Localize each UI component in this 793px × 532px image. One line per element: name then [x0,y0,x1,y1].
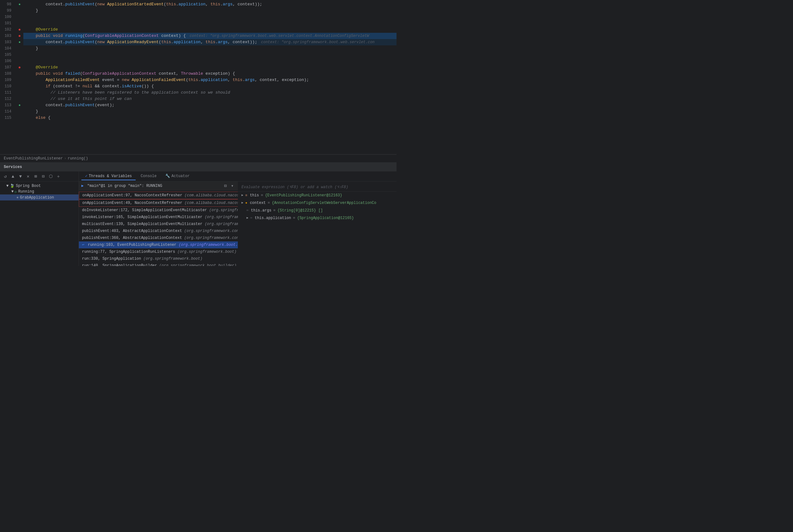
down-icon[interactable]: ▼ [18,174,23,179]
more-icon[interactable]: ▾ [229,183,235,189]
stack-frame-active[interactable]: ↩ running:103, EventPublishingRunListene… [79,242,238,248]
code-line-99: } [23,7,396,14]
stack-frame-2[interactable]: doInvokeListener:172, SimpleApplicationE… [79,207,238,214]
gutter-icons: ● ● ● ● ● ● [16,0,23,154]
thread-icon: ✳ [16,195,19,200]
tree-label-running: Running [18,189,34,194]
services-panel: Services ↺ ▲ ▼ ✕ ⊞ ⊟ ⬡ ＋ ▼ 🍃 Spring Boot [0,163,396,266]
expand-arrow-run: ▼ [11,189,14,194]
stack-frame-4[interactable]: multicastEvent:139, SimpleApplicationEve… [79,221,238,228]
code-line-104: } [23,45,396,52]
breadcrumb-class[interactable]: EventPublishingRunListener [4,156,63,161]
services-title: Services [4,165,22,169]
tree-running[interactable]: ▼ ▷ Running [0,189,78,194]
eval-hint: Evaluate expression (⌥F8) or add a watch… [238,183,397,192]
tree-grabapplication[interactable]: ✳ GrabApplication [0,194,78,201]
threads-variables-panel: ▶ "main"@1 in group "main": RUNNING ⊟ ▾ … [79,182,396,266]
stack-frame-8[interactable]: run:330, SpringApplication (org.springfr… [79,255,238,262]
ref-args-icon: ∞ [247,207,248,214]
actuator-icon: 🔧 [165,174,170,178]
thread-header: ▶ "main"@1 in group "main": RUNNING ⊟ ▾ [79,182,238,190]
up-icon[interactable]: ▲ [10,174,16,179]
stack-frame-1[interactable]: onApplicationEvent:49, NacosContextRefre… [79,199,238,207]
code-line-101 [23,20,396,26]
code-line-110: if (context != null && context.isActive(… [23,83,396,90]
code-line-103a: public void running(ConfigurableApplicat… [23,33,396,39]
context-icon: ● [245,200,247,206]
stack-frame-list[interactable]: onApplicationEvent:97, NacosContextRefre… [79,190,238,266]
var-this[interactable]: ▶ ≡ this = {EventPublishingRunListener@1… [238,192,397,199]
add-icon[interactable]: ＋ [56,174,61,179]
tree-label-springboot: Spring Boot [16,184,41,188]
ref-app-icon: ∞ [251,215,252,221]
breadcrumb-method[interactable]: running() [68,156,88,161]
services-header: Services [0,163,396,171]
services-tree: ▼ 🍃 Spring Boot ▼ ▷ Running ✳ GrabApplic… [0,182,78,266]
filter-thread-icon[interactable]: ⊟ [223,183,228,189]
code-line-112: // use it at this point if we can [23,96,396,102]
run-icon: ▷ [15,190,17,194]
code-line-114: } [23,109,396,115]
thread-status: ▶ "main"@1 in group "main": RUNNING [81,184,220,188]
filter-icon[interactable]: ⊟ [40,174,46,179]
close-icon[interactable]: ✕ [25,174,31,179]
debug-icon-98: ● [16,1,23,7]
breadcrumb: EventPublishingRunListener › running() [0,154,396,163]
expand-context[interactable]: ▶ [242,200,243,206]
breakpoint-102: ● [16,26,23,33]
stack-frame-3[interactable]: invokeListener:165, SimpleApplicationEve… [79,214,238,221]
breakpoint-107: ● [16,64,23,71]
expand-this[interactable]: ▶ [242,192,243,198]
var-this-args[interactable]: ∞ this.args = {String[0]@12215} [] [238,207,397,214]
var-context[interactable]: ▶ ● context = {AnnotationConfigServletWe… [238,199,397,207]
code-line-107: @Override [23,64,396,71]
code-line-115: else { [23,115,396,121]
expand-application[interactable]: ▶ [247,215,248,221]
external-icon[interactable]: ⬡ [48,174,54,179]
active-frame-icon: ↩ [82,243,84,247]
tab-console[interactable]: Console [137,173,160,180]
variables-panel: Evaluate expression (⌥F8) or add a watch… [238,182,397,266]
stack-frame-6[interactable]: publishEvent:360, AbstractApplicationCon… [79,234,238,242]
stack-frame-5[interactable]: publishEvent:403, AbstractApplicationCon… [79,228,238,234]
var-this-application[interactable]: ▶ ∞ this.application = {SpringApplicatio… [238,214,397,222]
thread-container: ▶ "main"@1 in group "main": RUNNING ⊟ ▾ … [79,182,238,266]
debug-icon-113: ● [16,102,23,109]
thread-actions: ⊟ ▾ [223,183,235,189]
code-line-111: // Listeners have been registered to the… [23,90,396,96]
check-icon: ✓ [85,174,87,178]
tab-threads-label: Threads & Variables [89,174,132,178]
tab-actuator[interactable]: 🔧 Actuator [162,172,193,180]
code-line-109: ApplicationFailedEvent event = new Appli… [23,77,396,83]
services-tabs: ✓ Threads & Variables Console 🔧 Actuator [79,171,396,182]
tree-label-grab: GrabApplication [20,195,54,200]
code-area[interactable]: context.publishEvent(new ApplicationStar… [23,0,396,154]
spring-icon: 🍃 [10,184,15,188]
stack-frame-9[interactable]: run:140, SpringApplicationBuilder (org.s… [79,262,238,266]
tab-threads-variables[interactable]: ✓ Threads & Variables [81,172,136,180]
expand-arrow: ▼ [6,184,8,188]
grid-icon[interactable]: ⊞ [33,174,38,179]
tab-actuator-label: Actuator [171,174,189,178]
debug-active-103: ● [16,39,23,45]
code-line-103b: context.publishEvent(new ApplicationRead… [23,39,396,45]
thread-status-text: "main"@1 in group "main": RUNNING [87,184,162,188]
services-body: ↺ ▲ ▼ ✕ ⊞ ⊟ ⬡ ＋ ▼ 🍃 Spring Boot ▼ ▷ Runn… [0,171,396,266]
code-line-102: @Override [23,26,396,33]
code-line-113: context.publishEvent(event); [23,102,396,109]
stack-frame-7[interactable]: running:77, SpringApplicationRunListener… [79,248,238,255]
code-editor: 98 99 100 101 102 103 103 104 105 106 10… [0,0,396,154]
stack-frame-0[interactable]: onApplicationEvent:97, NacosContextRefre… [79,192,238,199]
code-line-98: context.publishEvent(new ApplicationStar… [23,1,396,7]
breadcrumb-sep: › [64,156,66,161]
tree-springboot[interactable]: ▼ 🍃 Spring Boot [0,183,78,189]
code-line-105 [23,52,396,58]
services-toolbar: ↺ ▲ ▼ ✕ ⊞ ⊟ ⬡ ＋ [0,171,78,182]
services-main: ✓ Threads & Variables Console 🔧 Actuator [79,171,396,266]
tab-console-label: Console [141,174,156,178]
line-numbers: 98 99 100 101 102 103 103 104 105 106 10… [0,0,16,154]
services-sidebar: ↺ ▲ ▼ ✕ ⊞ ⊟ ⬡ ＋ ▼ 🍃 Spring Boot ▼ ▷ Runn… [0,171,79,266]
restart-icon[interactable]: ↺ [2,174,8,179]
code-line-108: public void failed(ConfigurableApplicati… [23,71,396,77]
code-line-106 [23,58,396,64]
